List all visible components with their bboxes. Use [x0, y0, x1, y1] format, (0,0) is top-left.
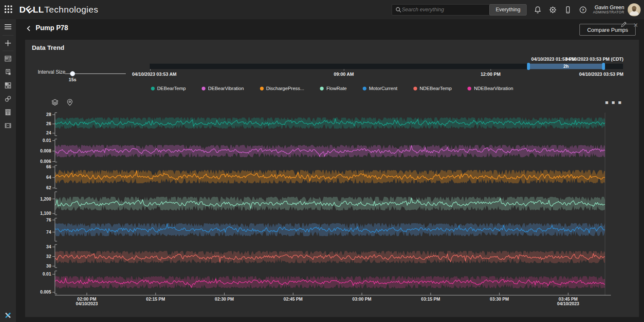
svg-text:02:45 PM: 02:45 PM	[283, 296, 303, 301]
user-menu[interactable]: Gavin Green ADMINISTRATOR	[593, 5, 624, 15]
main-content: ✕ Pump P78 Compare Pumps Data Trend Inte…	[16, 19, 644, 322]
svg-text:03:15 PM: 03:15 PM	[421, 296, 440, 301]
timebar-axis-end: 04/10/2023 03:53 PM	[579, 72, 623, 77]
legend-item-DischargePress...[interactable]: DischargePress...	[260, 86, 304, 91]
close-icon[interactable]: ✕	[633, 22, 638, 28]
layers-icon[interactable]	[50, 98, 60, 107]
legend-item-DEBearVibration[interactable]: DEBearVibration	[202, 86, 244, 91]
trend-chart[interactable]: 2826240.010.0080.0066664621,2001,1007674…	[29, 110, 618, 308]
sidebar-links-icon[interactable]	[0, 92, 16, 106]
series-NDEBearVibration: 0.010.005	[40, 271, 605, 294]
dell-technologies-logo: DELLTechnologies	[19, 5, 98, 15]
sidebar-calculator-icon[interactable]	[0, 106, 16, 119]
notifications-bell-icon[interactable]	[532, 5, 543, 15]
timebar-tick	[344, 69, 344, 71]
sidebar-menu-toggle[interactable]	[0, 19, 16, 34]
series-DEBearVibration: 0.010.0080.006	[40, 138, 605, 164]
svg-text:04/10/2023: 04/10/2023	[557, 301, 579, 306]
user-avatar[interactable]	[628, 3, 641, 16]
search-input[interactable]	[402, 7, 489, 13]
svg-text:32: 32	[46, 254, 51, 259]
app-launcher-icon[interactable]	[4, 5, 13, 14]
legend-item-NDEBearVibration[interactable]: NDEBearVibration	[467, 86, 513, 91]
series-DEBearTemp: 282624	[46, 112, 605, 136]
svg-text:1,200: 1,200	[40, 196, 51, 201]
svg-text:0.01: 0.01	[43, 138, 52, 143]
sidebar-dashboards-icon[interactable]	[0, 52, 16, 65]
logo-suffix: Technologies	[44, 5, 99, 15]
time-range-selection[interactable]: 2h	[528, 64, 604, 69]
page-title: Pump P78	[36, 24, 68, 32]
svg-text:34: 34	[46, 244, 51, 249]
more-options-icon[interactable]: ■ ■ ■	[605, 99, 622, 106]
top-bar: DELLTechnologies Everything	[0, 0, 644, 19]
svg-text:30: 30	[46, 263, 51, 268]
legend-dot	[363, 87, 366, 90]
platform-x-logo	[0, 312, 16, 319]
sidebar-reports-icon[interactable]	[0, 65, 16, 79]
timebar-tick	[491, 69, 491, 71]
chart-legend: DEBearTempDEBearVibrationDischargePress.…	[25, 86, 639, 91]
x-axis: 02:00 PM04/10/202302:15 PM02:30 PM02:45 …	[55, 293, 611, 306]
search-scope-button[interactable]: Everything	[489, 4, 527, 15]
left-sidebar	[0, 19, 16, 322]
svg-text:0.006: 0.006	[40, 159, 51, 164]
legend-label: DEBearVibration	[208, 86, 244, 91]
interval-size-slider[interactable]	[65, 73, 126, 74]
legend-dot	[413, 87, 417, 90]
svg-text:28: 28	[46, 112, 51, 117]
svg-text:1,100: 1,100	[40, 211, 51, 216]
edit-pencil-icon[interactable]	[621, 21, 627, 29]
range-end-timestamp: 04/10/2023 03:53 PM (CDT)	[565, 57, 623, 62]
series-DischargePress...: 666462	[46, 164, 605, 190]
svg-text:74: 74	[46, 229, 51, 234]
legend-label: NDEBearVibration	[474, 86, 513, 91]
legend-label: FlowRate	[326, 86, 347, 91]
legend-dot	[320, 87, 324, 90]
legend-item-NDEBearTemp[interactable]: NDEBearTemp	[413, 86, 452, 91]
mobile-device-icon[interactable]	[563, 5, 573, 15]
legend-item-MotorCurrent[interactable]: MotorCurrent	[363, 86, 397, 91]
legend-item-FlowRate[interactable]: FlowRate	[320, 86, 347, 91]
data-trend-panel: Data Trend Interval Size 15s 04/10/2023 …	[25, 40, 639, 317]
time-range-bar[interactable]: 2h	[150, 64, 623, 69]
back-chevron-icon[interactable]	[25, 25, 33, 32]
panel-title: Data Trend	[32, 44, 65, 51]
search-icon	[395, 7, 402, 13]
legend-item-DEBearTemp[interactable]: DEBearTemp	[151, 86, 186, 91]
legend-label: NDEBearTemp	[420, 86, 452, 91]
svg-text:62: 62	[46, 185, 51, 190]
help-icon[interactable]: ?	[578, 5, 588, 15]
svg-text:0.008: 0.008	[40, 148, 51, 153]
series-MotorCurrent: 7674	[46, 217, 605, 241]
svg-text:03:00 PM: 03:00 PM	[352, 296, 371, 301]
svg-text:?: ?	[582, 7, 584, 12]
range-handle-end[interactable]	[602, 63, 605, 70]
legend-dot	[151, 87, 155, 90]
logo-ll: LL	[33, 5, 44, 15]
timebar-axis-mid2: 12:00 PM	[480, 72, 501, 77]
settings-gear-icon[interactable]	[548, 5, 558, 15]
interval-size-value: 15s	[64, 77, 81, 82]
legend-label: MotorCurrent	[369, 86, 397, 91]
timebar-axis-start: 04/10/2023 03:53 AM	[132, 72, 177, 77]
interval-slider-handle[interactable]	[70, 71, 75, 76]
svg-text:04/10/2023: 04/10/2023	[76, 301, 98, 306]
svg-text:0.005: 0.005	[40, 289, 51, 294]
series-FlowRate: 1,2001,100	[40, 192, 605, 216]
svg-text:66: 66	[46, 164, 51, 169]
range-duration-badge: 2h	[528, 64, 604, 69]
legend-dot	[467, 87, 471, 90]
legend-dot	[202, 87, 205, 90]
svg-text:03:30 PM: 03:30 PM	[490, 296, 509, 301]
svg-text:76: 76	[46, 217, 51, 222]
range-handle-start[interactable]	[527, 63, 530, 70]
timebar-tick	[150, 69, 151, 71]
sidebar-widgets-icon[interactable]	[0, 79, 16, 92]
page-header: Pump P78 Compare Pumps	[16, 19, 644, 39]
svg-text:64: 64	[46, 175, 51, 180]
sidebar-console-icon[interactable]	[0, 119, 16, 132]
location-pin-icon[interactable]	[65, 98, 74, 107]
sidebar-add-button[interactable]	[0, 36, 16, 50]
legend-label: DischargePress...	[266, 86, 304, 91]
